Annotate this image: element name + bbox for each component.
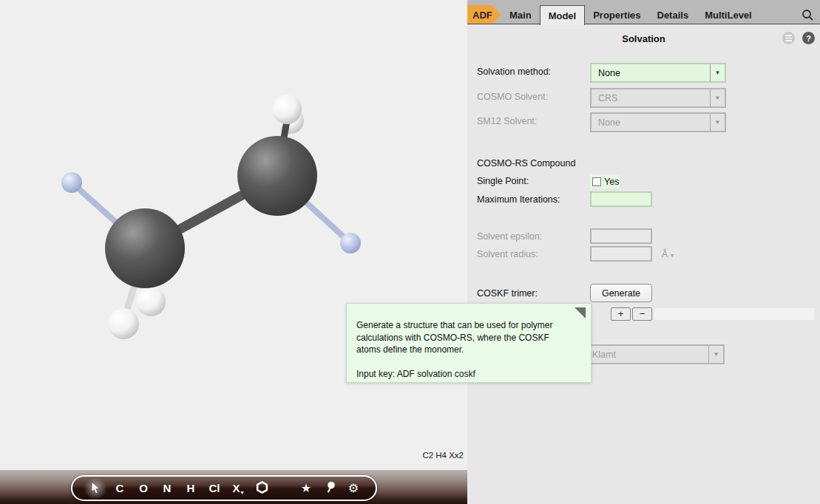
coskf-tooltip: Generate a structure that can be used fo… [346, 303, 592, 383]
tab-main[interactable]: Main [501, 5, 540, 24]
dropdown-arrow-icon: ▼ [708, 346, 723, 363]
cosmo-solvent-value: CRS [592, 93, 710, 103]
element-button-x[interactable]: X▾ [226, 482, 250, 494]
molecule-canvas[interactable] [0, 0, 467, 504]
tab-properties[interactable]: Properties [585, 5, 648, 24]
element-button-c[interactable]: C [108, 482, 132, 494]
star-icon: ★ [301, 482, 311, 494]
element-button-h[interactable]: H [179, 482, 203, 494]
tab-model[interactable]: Model [540, 5, 586, 25]
remove-button[interactable]: − [632, 307, 652, 321]
dropdown-arrow-icon: ▼ [710, 64, 725, 81]
tab-bar: ADF Main Model Properties Details MultiL… [467, 0, 820, 24]
hamburger-icon [785, 35, 792, 36]
atom-c[interactable] [237, 136, 317, 216]
element-x-label: X [232, 482, 240, 494]
sm12-solvent-label: SM12 Solvent: [477, 116, 537, 126]
solvent-radius-unit-dropdown: Å▾ [662, 249, 674, 259]
unit-dropdown-arrow-icon: ▾ [671, 252, 674, 259]
maximum-iterations-input[interactable] [590, 191, 652, 207]
single-point-checkbox-group: Yes [590, 174, 620, 188]
cosmo-rs-compound-section-title: COSMO-RS Compound [477, 158, 575, 168]
cursor-arrow-icon [91, 482, 101, 494]
select-cursor-tool[interactable] [83, 482, 108, 494]
tooltip-text-line: Input key: ADF solvation coskf [356, 368, 582, 381]
single-point-checkbox[interactable] [592, 177, 601, 186]
tooltip-text-line: calculations with COSMO-RS, where the CO… [356, 332, 582, 344]
element-button-cl[interactable]: Cl [203, 482, 226, 494]
atom-c[interactable] [105, 208, 185, 288]
coskf-list-strip[interactable] [654, 308, 814, 320]
tooltip-corner-icon [575, 307, 586, 319]
gear-icon: ⚙ [348, 482, 359, 494]
maximum-iterations-label: Maximum Iterations: [477, 194, 560, 205]
cosmo-solvent-dropdown: CRS ▼ [590, 88, 726, 108]
solvent-epsilon-label: Solvent epsilon: [477, 231, 542, 242]
radii-value: Klamt [586, 350, 708, 360]
solvent-radius-label: Solvent radius: [477, 249, 538, 259]
solvation-method-label: Solvation method: [477, 67, 551, 77]
dropdown-arrow-icon: ▼ [710, 89, 725, 106]
angstrom-unit-label: Å [662, 249, 668, 259]
tooltip-text-line: atoms define the monomer. [356, 344, 582, 356]
solvation-method-value: None [592, 68, 710, 78]
help-button[interactable]: ? [802, 32, 815, 44]
coskf-trimer-label: COSKF trimer: [477, 288, 538, 299]
add-button[interactable]: + [611, 307, 631, 321]
balloon-tool-button[interactable] [318, 481, 342, 496]
panel-menu-button[interactable] [782, 32, 795, 44]
single-point-label: Single Point: [477, 176, 529, 186]
panel-title: Solvation [467, 33, 820, 44]
molecule-formula: C2 H4 Xx2 [422, 451, 464, 460]
solvent-epsilon-input [590, 228, 652, 244]
builder-toolbar: C O N H Cl X▾ ★ [71, 475, 377, 501]
sm12-solvent-value: None [592, 118, 710, 128]
question-mark-icon: ? [806, 34, 811, 43]
atom-h[interactable] [272, 95, 302, 124]
hexagon-ring-icon [256, 481, 268, 494]
ring-tool-button[interactable] [250, 481, 274, 496]
tab-multilevel[interactable]: MultiLevel [697, 5, 760, 24]
search-icon [802, 9, 814, 21]
solvation-method-dropdown[interactable]: None ▼ [590, 63, 726, 83]
tooltip-text-line [356, 356, 582, 369]
search-button[interactable] [802, 9, 814, 21]
settings-panel: ADF Main Model Properties Details MultiL… [467, 0, 820, 504]
single-point-checkbox-label: Yes [604, 177, 619, 187]
structures-tool-button[interactable]: ★ [294, 481, 318, 495]
sm12-solvent-dropdown: None ▼ [590, 112, 726, 132]
tab-adf[interactable]: ADF [467, 5, 501, 24]
atom-xx[interactable] [61, 172, 82, 193]
solvent-radius-input [590, 246, 652, 262]
atom-h[interactable] [108, 308, 139, 339]
element-x-dropdown-arrow-icon: ▾ [241, 489, 244, 496]
settings-tool-button[interactable]: ⚙ [342, 481, 365, 495]
atom-h[interactable] [136, 287, 166, 316]
balloon-icon [325, 481, 336, 494]
element-button-n[interactable]: N [155, 482, 179, 494]
element-button-o[interactable]: O [132, 482, 155, 494]
dropdown-arrow-icon: ▼ [710, 114, 725, 131]
cosmo-solvent-label: COSMO Solvent: [477, 92, 548, 102]
generate-button[interactable]: Generate [590, 284, 652, 302]
adf-input-window: C2 H4 Xx2 C O N H Cl X▾ [0, 0, 820, 504]
molecule-viewer[interactable]: C2 H4 Xx2 C O N H Cl X▾ [0, 0, 467, 504]
radii-dropdown: Klamt ▼ [584, 344, 725, 364]
tooltip-text-line: Generate a structure that can be used fo… [356, 319, 582, 332]
tab-details[interactable]: Details [649, 5, 697, 24]
atom-xx[interactable] [340, 233, 361, 253]
